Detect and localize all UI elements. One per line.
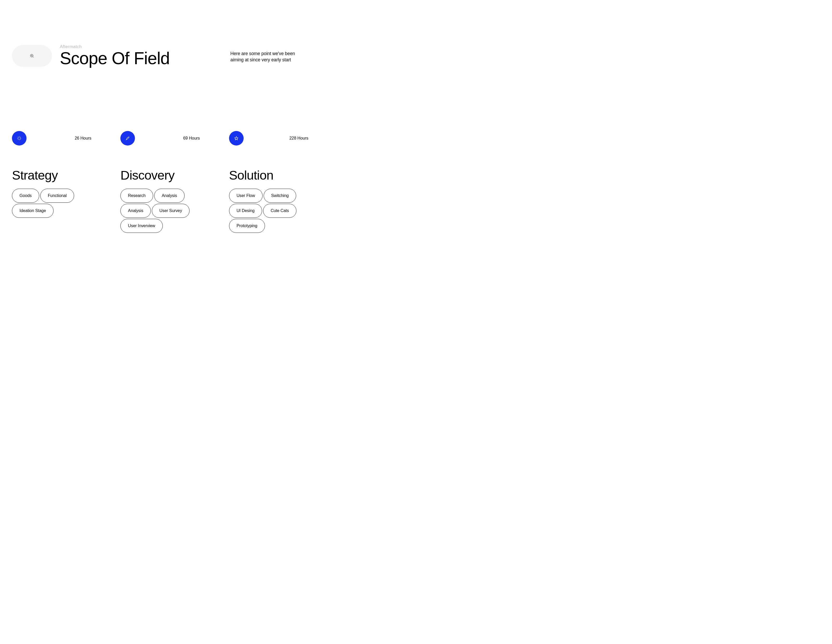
svg-line-8 — [18, 137, 18, 137]
tags: Research Analysis Analysis User Survey U… — [120, 189, 200, 233]
feather-icon — [125, 136, 130, 141]
tag[interactable]: Switching — [264, 189, 296, 203]
target-icon — [30, 54, 34, 58]
tag[interactable]: Research — [120, 189, 153, 203]
tags: User Flow Switching UI Desing Cute Cats … — [229, 189, 308, 233]
svg-line-3 — [33, 57, 34, 58]
card-strategy: 26 Hours Strategy Goods Functional Ideat… — [12, 131, 91, 233]
icon-circle — [120, 131, 135, 145]
card-top: 228 Hours — [229, 131, 308, 145]
page-title: Scope Of Field — [60, 50, 222, 67]
icon-circle — [12, 131, 27, 145]
svg-line-11 — [18, 139, 18, 139]
card-top: 26 Hours — [12, 131, 91, 145]
svg-line-9 — [20, 139, 21, 139]
tag[interactable]: Ideation Stage — [12, 204, 54, 218]
hours-label: 26 Hours — [75, 136, 91, 141]
card-discovery: 69 Hours Discovery Research Analysis Ana… — [120, 131, 200, 233]
cards: 26 Hours Strategy Goods Functional Ideat… — [12, 131, 308, 233]
title-block: Aftermatch Scope Of Field — [60, 44, 222, 67]
tag[interactable]: Goods — [12, 189, 39, 203]
tag[interactable]: Analysis — [154, 189, 185, 203]
tag[interactable]: Cute Cats — [263, 204, 296, 218]
tag[interactable]: Prototyping — [229, 219, 265, 233]
tag[interactable]: Functional — [40, 189, 74, 203]
tag[interactable]: UI Desing — [229, 204, 262, 218]
tag[interactable]: User Flow — [229, 189, 262, 203]
tag[interactable]: Analysis — [120, 204, 151, 218]
hours-label: 69 Hours — [183, 136, 200, 141]
tag[interactable]: User Survey — [152, 204, 190, 218]
hours-label: 228 Hours — [290, 136, 308, 141]
subtitle: Here are some point we've been aiming at… — [230, 49, 308, 63]
card-solution: 228 Hours Solution User Flow Switching U… — [229, 131, 308, 233]
star-icon — [234, 136, 239, 141]
svg-line-12 — [126, 139, 126, 140]
card-title: Discovery — [120, 168, 200, 182]
sparkle-icon — [17, 136, 22, 141]
card-title: Solution — [229, 168, 308, 182]
tags: Goods Functional Ideation Stage — [12, 189, 91, 218]
header: Aftermatch Scope Of Field Here are some … — [12, 44, 308, 67]
zoom-pill[interactable] — [12, 45, 52, 67]
card-top: 69 Hours — [120, 131, 200, 145]
card-title: Strategy — [12, 168, 91, 182]
svg-line-10 — [20, 137, 21, 137]
tag[interactable]: User Inverview — [120, 219, 163, 233]
icon-circle — [229, 131, 244, 145]
